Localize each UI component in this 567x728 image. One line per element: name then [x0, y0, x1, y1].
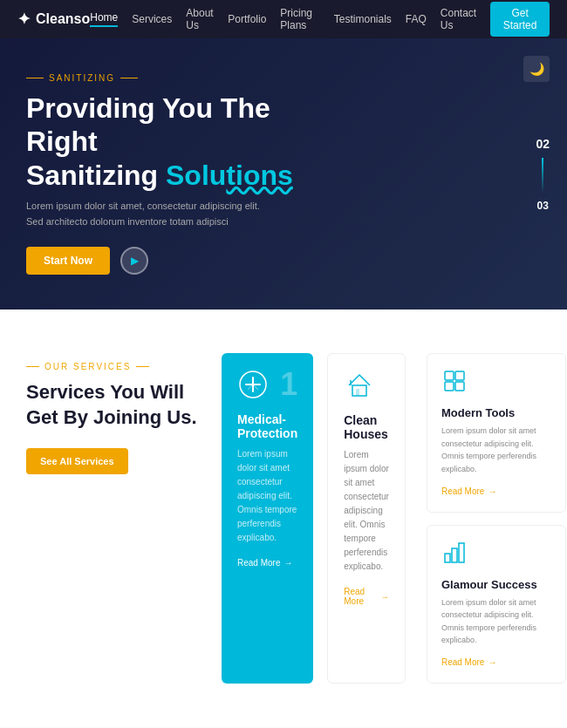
hero-highlight-text: Solu — [166, 160, 226, 191]
arrow-icon-glamour: → — [488, 657, 496, 667]
nav-links: Home Services About Us Portfolio Pricing… — [90, 2, 550, 37]
read-more-medical[interactable]: Read More → — [237, 558, 292, 568]
service-title-houses: Clean Houses — [344, 413, 389, 441]
indicator-bar — [542, 158, 543, 193]
nav-home[interactable]: Home — [90, 11, 118, 27]
navbar: ✦ Cleanso Home Services About Us Portfol… — [0, 0, 567, 38]
glamour-title: Glamour Success — [441, 578, 551, 591]
read-more-houses[interactable]: Read More → — [344, 587, 389, 606]
play-icon: ▶ — [131, 255, 139, 267]
side-card-modern-tools: Modern Tools Lorem ipsum dolor sit amet … — [427, 353, 566, 513]
side-card-glamour: Glamour Success Lorem ipsum dolor sit am… — [427, 525, 566, 684]
service-desc-medical: Lorem ipsum dolor sit amet consectetur a… — [237, 447, 297, 545]
hero-title-line2: Sanitizing — [26, 160, 158, 191]
nav-pricing[interactable]: Pricing Plans — [280, 7, 319, 31]
hero-section: 🌙 SANITIZING Providing You The Right San… — [0, 38, 567, 310]
services-tag: OUR SERVICES — [26, 362, 201, 371]
tools-icon — [441, 368, 551, 399]
service-title-medical: Medical-Protection — [237, 412, 297, 440]
hero-indicators: 02 03 — [536, 137, 550, 212]
hero-tag-text: SANITIZING — [49, 73, 115, 83]
modern-tools-title: Modern Tools — [441, 406, 551, 419]
svg-rect-4 — [445, 371, 454, 380]
service-card-clean-houses: Clean Houses Lorem ipsum dolor sit amet … — [327, 353, 406, 684]
get-started-button[interactable]: Get Started — [490, 2, 550, 37]
brand-name: Cleanso — [36, 11, 90, 27]
brand-logo[interactable]: ✦ Cleanso — [17, 10, 90, 29]
glamour-icon — [441, 540, 551, 571]
svg-rect-2 — [356, 389, 359, 396]
services-right-panel: Modern Tools Lorem ipsum dolor sit amet … — [427, 353, 566, 684]
indicator-02: 02 — [536, 137, 550, 151]
hero-actions: Start Now ▶ — [26, 247, 340, 275]
svg-rect-6 — [445, 382, 454, 391]
nav-testimonials[interactable]: Testimonials — [334, 13, 392, 25]
indicator-03: 03 — [537, 200, 549, 212]
start-now-button[interactable]: Start Now — [26, 247, 110, 275]
logo-icon: ✦ — [17, 10, 31, 29]
hero-description: Lorem ipsum dolor sit amet, consectetur … — [26, 199, 270, 229]
svg-rect-9 — [452, 548, 457, 562]
services-grid: 1 Medical-Protection Lorem ipsum dolor s… — [222, 353, 406, 684]
arrow-icon-houses: → — [380, 592, 389, 602]
svg-rect-7 — [455, 382, 464, 391]
read-more-tools[interactable]: Read More → — [441, 486, 496, 496]
glamour-desc: Lorem ipsum dolor sit amet consectetur a… — [441, 596, 551, 647]
service-number-1: 1 — [280, 369, 297, 400]
dark-mode-toggle[interactable]: 🌙 — [523, 56, 550, 82]
hero-animated-text: tions — [226, 160, 292, 191]
nav-services[interactable]: Services — [132, 13, 172, 25]
service-card-medical: 1 Medical-Protection Lorem ipsum dolor s… — [222, 353, 313, 684]
house-icon — [344, 370, 379, 405]
hero-title: Providing You The Right Sanitizing Solut… — [26, 92, 340, 192]
services-section: OUR SERVICES Services You Will Get By Jo… — [0, 310, 567, 727]
services-left-panel: OUR SERVICES Services You Will Get By Jo… — [26, 353, 201, 684]
hero-title-line1: Providing You The Right — [26, 92, 270, 157]
services-tag-text: OUR SERVICES — [44, 362, 131, 371]
hero-tag: SANITIZING — [26, 73, 340, 83]
svg-rect-10 — [459, 543, 464, 562]
medical-icon — [237, 369, 272, 404]
svg-rect-5 — [455, 371, 464, 380]
service-desc-houses: Lorem ipsum dolor sit amet consectetur a… — [344, 448, 389, 574]
arrow-icon: → — [284, 558, 292, 568]
read-more-glamour[interactable]: Read More → — [441, 657, 496, 667]
services-layout: OUR SERVICES Services You Will Get By Jo… — [26, 353, 541, 684]
hero-title-highlight: Solutions — [166, 160, 293, 191]
svg-rect-8 — [445, 554, 450, 562]
modern-tools-desc: Lorem ipsum dolor sit amet consectetur a… — [441, 425, 551, 475]
play-button[interactable]: ▶ — [120, 247, 148, 275]
services-title: Services You Will Get By Joining Us. — [26, 380, 201, 430]
nav-about[interactable]: About Us — [186, 7, 214, 31]
hero-content: SANITIZING Providing You The Right Sanit… — [26, 73, 340, 275]
nav-portfolio[interactable]: Portfolio — [228, 13, 266, 25]
nav-contact[interactable]: Contact Us — [441, 7, 476, 31]
arrow-icon-tools: → — [488, 486, 496, 496]
nav-faq[interactable]: FAQ — [406, 13, 427, 25]
see-all-button[interactable]: See All Services — [26, 448, 128, 474]
